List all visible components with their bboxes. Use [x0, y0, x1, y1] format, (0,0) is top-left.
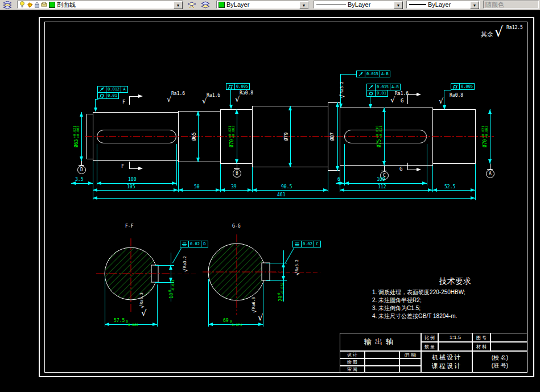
- color-dropdown-arrow[interactable]: ▼: [299, 1, 308, 9]
- drawing-line: 0.005: [234, 83, 250, 90]
- fcf-cylindricity-mid: 0.005: [226, 83, 250, 90]
- dim-461: 461: [277, 192, 285, 197]
- fcf-runout-right1: 0.015A-B: [357, 71, 390, 77]
- drawing-line: [81, 161, 82, 165]
- make-object-layer-current-button[interactable]: [186, 0, 198, 9]
- title-block: 输出轴 比 例 1:1.5 图 号 数 量 材 料 设 计 (日 期) 绘 图 …: [340, 333, 527, 373]
- section-ff-title: F-F: [125, 224, 133, 229]
- dim-105: 105: [127, 184, 135, 189]
- ra32-label-gg: √Ra3.2: [294, 247, 300, 287]
- dim-100: 100: [128, 177, 136, 182]
- drawing-line: [337, 102, 338, 171]
- datum-d: D: [77, 166, 86, 174]
- tech-requirements-title: 技术要求: [439, 277, 471, 287]
- layer-previous-button[interactable]: [199, 0, 212, 9]
- fcf-cylindricity-left: 0.01: [98, 92, 119, 99]
- runout-icon: [368, 85, 374, 90]
- drawing-line: +0.002: [76, 126, 80, 138]
- drawing-line: +0.030+0.011: [376, 126, 382, 138]
- drawing-line: +0.002: [485, 126, 488, 138]
- material-value: [490, 342, 527, 351]
- drawing-line: Ø70: [483, 139, 488, 147]
- drawing-line: 0.02: [188, 241, 201, 247]
- drawing-line: [97, 183, 176, 184]
- lineweight-control-dropdown[interactable]: ByLayer ▼: [406, 1, 480, 9]
- dim-90-5: 90.5: [281, 184, 292, 189]
- layers-icon: [3, 1, 12, 9]
- layer-properties-button[interactable]: [1, 0, 14, 9]
- date-label: (日 期): [399, 351, 421, 358]
- roughness-check-icon: √: [494, 24, 503, 40]
- drawing-line: [229, 105, 233, 109]
- drawing-line: [36, 2, 38, 5]
- ra63-label-gg: √Ra6.3: [250, 285, 257, 325]
- ra08-label: Ra0.8: [240, 90, 253, 96]
- section-gg-view: [200, 232, 286, 317]
- drawing-line: -0.060: [126, 323, 138, 327]
- drawing-line: [263, 283, 263, 327]
- keyway-slot-left: [97, 130, 176, 143]
- layer-dropdown[interactable]: 剖面线 ▼: [17, 1, 183, 9]
- drawing-line: [283, 250, 284, 263]
- fcf-symmetry-gg: 0.02C: [293, 241, 321, 247]
- linetype-dropdown-arrow[interactable]: ▼: [394, 1, 403, 9]
- drawing-line: 0.02: [301, 241, 314, 247]
- fcf-cylindricity-right2: 0.01: [367, 90, 388, 97]
- drawing-line: [138, 167, 143, 170]
- ra16-label: Ra1.6: [207, 93, 220, 98]
- drawing-line: +0.021+0.002: [73, 126, 80, 138]
- dim-3-5: 3.5: [75, 177, 83, 182]
- drawing-line: 0.015: [365, 71, 380, 77]
- drawing-line: √: [251, 310, 257, 313]
- linetype-control-dropdown[interactable]: ByLayer ▼: [314, 1, 403, 9]
- ra32-label: √Ra3.2: [339, 70, 345, 110]
- drawing-line: [22, 6, 23, 7]
- lineweight-sample: [409, 4, 426, 5]
- runout-icon: [358, 72, 364, 77]
- lock-icon: [34, 2, 40, 8]
- drawing-line: Ra6.3: [139, 292, 144, 304]
- lineweight-dropdown-arrow[interactable]: ▼: [470, 1, 479, 9]
- cad-drawing-canvas[interactable]: 剖面线 ▼ ByLayer ▼ ByLayer ▼ ByL: [0, 0, 540, 392]
- rest-roughness: Ra12.5: [506, 25, 523, 30]
- layer-properties-toolbar: 剖面线 ▼ ByLayer ▼ ByLayer ▼ ByL: [0, 0, 540, 10]
- drawing-line: 20: [278, 296, 283, 302]
- drawing-line: [189, 6, 194, 8]
- quantity-value: [438, 342, 472, 351]
- drawing-line: [444, 90, 451, 90]
- plotstyle-control-dropdown: 随颜色: [483, 1, 539, 9]
- cylindricity-icon: [99, 93, 105, 98]
- drawing-line: 机械设计: [432, 353, 461, 362]
- dia-79-label: Ø79: [283, 117, 290, 156]
- drawing-line: Ø63: [74, 139, 79, 147]
- keyway-width-ff: 180-0.043: [168, 269, 175, 309]
- drawing-line: (校 名): [492, 354, 508, 362]
- color-control-dropdown[interactable]: ByLayer ▼: [216, 1, 309, 9]
- drawing-line: [384, 166, 385, 171]
- bulb-icon: [19, 1, 26, 8]
- drawing-line: -0.052: [281, 282, 284, 295]
- drawing-line: A-B: [380, 71, 390, 77]
- drawing-line: 课程设计: [432, 362, 461, 370]
- drawing-line: Ø65: [192, 133, 197, 141]
- dia-70b-label: Ø70+0.021+0.002: [481, 117, 488, 156]
- drawing-line: [292, 241, 302, 247]
- drawing-line: [93, 161, 93, 200]
- keyway-depth-ff: 57.50-0.060: [114, 318, 138, 327]
- drawing-line: C: [314, 241, 321, 247]
- lineweight-value: ByLayer: [428, 1, 451, 8]
- drawing-line: [454, 85, 455, 89]
- drawing-line: [188, 2, 196, 6]
- drawing-line: [81, 112, 82, 161]
- drawing-line: [372, 92, 373, 96]
- drawing-line: [105, 277, 105, 327]
- drawing-line: [94, 108, 97, 112]
- drawing-line: Ra3.2: [295, 259, 299, 271]
- tech-req-2: 2. 未注圆角半径R2;: [372, 296, 422, 304]
- dim-112: 112: [378, 184, 386, 189]
- drawing-line: [490, 109, 490, 164]
- drawing-line: [100, 94, 101, 98]
- cylindricity-icon: [452, 84, 458, 89]
- layer-dropdown-arrow[interactable]: ▼: [174, 1, 183, 9]
- drawing-line: +0.002: [232, 126, 235, 138]
